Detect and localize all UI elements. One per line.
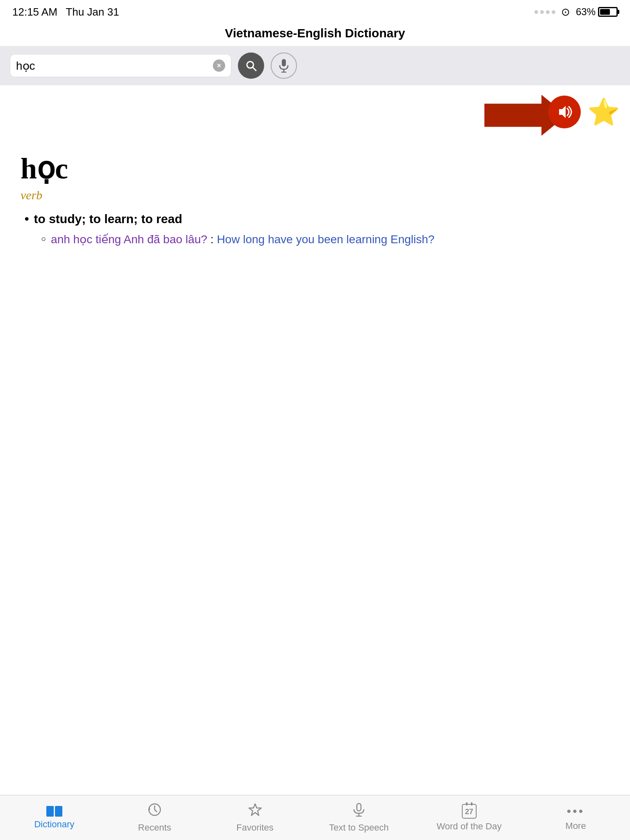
tab-dictionary-label: Dictionary: [34, 819, 74, 830]
word-of-the-day-icon: 27: [462, 804, 477, 819]
tab-bar: Dictionary Recents Favorites: [0, 795, 630, 840]
tab-word-of-the-day-label: Word of the Day: [436, 821, 502, 832]
definition-item: • to study; to learn; to read: [25, 212, 609, 226]
search-icon: [245, 60, 257, 71]
circle-bullet-icon: ○: [41, 234, 46, 244]
svg-marker-8: [249, 804, 261, 815]
app-title: Vietnamese-English Dictionary: [0, 22, 630, 46]
tab-favorites[interactable]: Favorites: [222, 799, 288, 836]
search-button[interactable]: [238, 52, 264, 79]
svg-line-1: [253, 67, 256, 71]
search-input-container: ×: [10, 54, 231, 77]
tab-more-label: More: [566, 821, 586, 831]
svg-rect-2: [282, 59, 286, 66]
dictionary-icon: [46, 806, 62, 817]
signal-icon: [534, 10, 555, 14]
battery-icon: [598, 7, 618, 17]
speaker-icon: [557, 104, 572, 120]
status-bar: 12:15 AM Thu Jan 31 ⊙ 63%: [0, 0, 630, 22]
example-colon: :: [210, 233, 214, 246]
action-row: ⭐: [0, 85, 630, 139]
wifi-icon: ⊙: [561, 6, 570, 18]
tab-favorites-label: Favorites: [236, 822, 273, 833]
tab-dictionary[interactable]: Dictionary: [21, 803, 87, 833]
microphone-button[interactable]: [271, 52, 297, 79]
example-vietnamese: anh học tiếng Anh đã bao lâu?: [51, 233, 207, 246]
tab-recents[interactable]: Recents: [122, 799, 187, 836]
action-buttons: ⭐: [548, 96, 620, 128]
entry-word: học: [21, 151, 609, 186]
example-space: [214, 233, 217, 246]
recents-icon: [148, 803, 162, 820]
text-to-speech-icon: [352, 803, 366, 820]
search-bar: ×: [0, 46, 630, 85]
tab-word-of-the-day[interactable]: 27 Word of the Day: [430, 801, 508, 835]
status-time: 12:15 AM: [12, 6, 57, 18]
example-separator: [207, 233, 210, 246]
status-right: ⊙ 63%: [534, 6, 618, 18]
battery: 63%: [576, 6, 618, 18]
example-english: How long have you been learning English?: [217, 233, 435, 246]
microphone-icon: [278, 59, 290, 73]
svg-rect-9: [357, 803, 361, 811]
entry-pos: verb: [21, 188, 609, 202]
tab-recents-label: Recents: [138, 822, 171, 833]
status-date: Thu Jan 31: [66, 6, 119, 18]
clear-button[interactable]: ×: [213, 59, 225, 72]
example-item: ○ anh học tiếng Anh đã bao lâu? : How lo…: [25, 233, 609, 246]
tab-text-to-speech-label: Text to Speech: [329, 822, 389, 833]
tab-more[interactable]: ••• More: [543, 801, 609, 835]
tab-text-to-speech[interactable]: Text to Speech: [322, 799, 395, 836]
star-icon: ⭐: [587, 97, 620, 128]
favorites-icon: [248, 803, 262, 820]
calendar-number: 27: [465, 808, 473, 816]
dictionary-content: học verb • to study; to learn; to read ○…: [0, 139, 630, 258]
more-icon: •••: [567, 804, 585, 818]
bullet-icon: •: [25, 212, 29, 226]
text-to-speech-button[interactable]: [548, 96, 581, 128]
definition-text: to study; to learn; to read: [34, 212, 183, 226]
status-time-date: 12:15 AM Thu Jan 31: [12, 6, 119, 18]
search-input[interactable]: [16, 59, 213, 72]
favorite-button[interactable]: ⭐: [587, 96, 620, 128]
svg-marker-6: [559, 106, 566, 118]
definition-list: • to study; to learn; to read ○ anh học …: [21, 212, 609, 246]
battery-percent: 63%: [576, 6, 596, 18]
